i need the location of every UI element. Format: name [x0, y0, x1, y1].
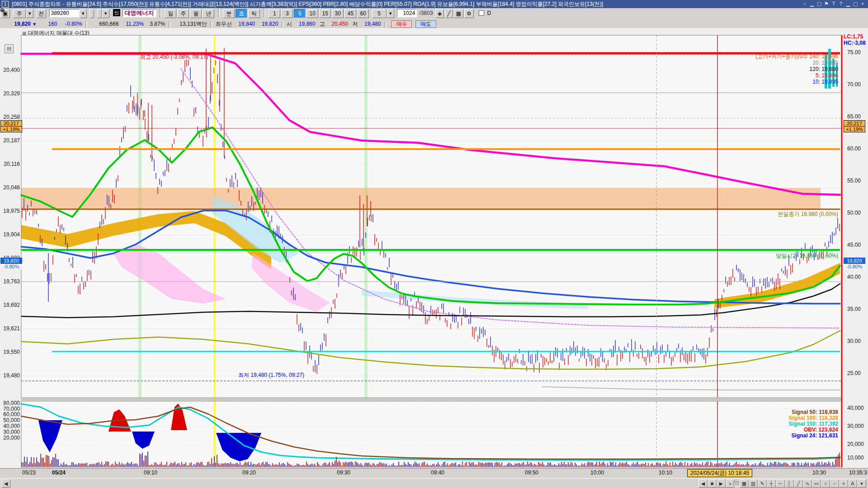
tickcount-button-60[interactable]: 60: [357, 9, 369, 18]
volume-ratio: 3.87%: [145, 20, 165, 28]
code-input[interactable]: 389260: [49, 9, 79, 17]
low-label: 저: [352, 21, 358, 27]
tick-combo[interactable]: 5: [372, 9, 387, 18]
box-icon[interactable]: ▭: [812, 479, 821, 488]
volume: 660,666: [91, 20, 119, 28]
title-bar-icons: ▫▁▢⚑T?▁▢×: [801, 0, 866, 8]
code-combo-arrow[interactable]: ▼: [80, 9, 87, 18]
prev-button[interactable]: 전: [36, 9, 46, 18]
tickcount-button-1[interactable]: 1: [269, 9, 280, 18]
search-icon[interactable]: [90, 9, 94, 18]
sound-icon[interactable]: [97, 9, 102, 18]
restore-icon[interactable]: ▢: [852, 0, 859, 8]
time-tick-label: 09:10: [144, 469, 157, 477]
trendline-icon[interactable]: ╱: [445, 9, 453, 18]
interval-button-분[interactable]: 분: [223, 9, 235, 18]
price-axis-label: 19,692: [1, 302, 20, 308]
price-axis-label: 19,550: [1, 349, 20, 355]
tickcount-button-10[interactable]: 10: [307, 9, 318, 18]
minimize-panel-icon[interactable]: ▁: [808, 0, 816, 8]
time-tick-label: 09:30: [337, 469, 350, 477]
price-axis-label: 20,258: [1, 114, 20, 120]
current-price-tag-right: 19,820-0.80%: [844, 258, 865, 269]
save-icon[interactable]: ▦: [454, 9, 463, 18]
minimize-icon[interactable]: ▁: [844, 0, 852, 8]
toolbar-right-icons: ◈╱▦⚙: [435, 8, 474, 16]
play-icon[interactable]: ▶: [717, 479, 726, 488]
panel-layout-icon[interactable]: ▥: [749, 479, 758, 488]
window-id-badge: 1: [2, 1, 9, 8]
pencil-icon[interactable]: ✎: [758, 479, 767, 488]
hc-label: HC:-3,08: [844, 40, 866, 46]
d-checkbox[interactable]: [479, 10, 484, 16]
stock-type-badge: 신: [113, 9, 120, 16]
settings-icon[interactable]: ⚙: [464, 9, 474, 18]
buy-button[interactable]: 매수: [391, 20, 412, 28]
turnover-pct: 11.23%: [120, 20, 144, 28]
period-combo-arrow[interactable]: ▼: [26, 9, 33, 18]
wave-icon[interactable]: ∿: [803, 479, 812, 488]
sell-button[interactable]: 매도: [415, 20, 436, 28]
price-axis-label: 19,480: [1, 372, 20, 379]
sound-combo-arrow[interactable]: ▼: [102, 9, 109, 18]
tickcount-button-3[interactable]: 3: [281, 9, 293, 18]
lc-label: LC:1,75: [844, 33, 863, 40]
close-icon[interactable]: ×: [859, 0, 866, 8]
price-change: 160: [38, 20, 57, 28]
circle-icon[interactable]: ○: [821, 479, 830, 488]
pin-icon[interactable]: ⚑: [823, 0, 830, 8]
current-price-tag-left: 19,820-0.80%: [0, 258, 22, 269]
bar-count-input[interactable]: 1024: [397, 9, 417, 17]
period-combo[interactable]: 주: [13, 9, 26, 18]
link-chart-icon[interactable]: ◈: [435, 9, 444, 18]
tickcount-button-45[interactable]: 45: [344, 9, 356, 18]
step-back-icon[interactable]: ◀: [698, 479, 708, 488]
hline-icon[interactable]: ─: [776, 479, 785, 488]
text-a-icon[interactable]: A: [848, 479, 857, 488]
title-bar: 1 [0601] 주식종합차트 - 유통비율[24.5] 주식수[17,050(…: [0, 0, 868, 8]
current-price: 19,820: [0, 20, 31, 28]
d-checkbox-label: D: [487, 10, 491, 16]
target-price-tag-right: 20,217+1.19%: [844, 120, 865, 132]
ma-legend-entry: 10: 19,835: [755, 79, 838, 85]
copy-window-icon[interactable]: ▢: [816, 0, 823, 8]
tickcount-button-15[interactable]: 15: [319, 9, 331, 18]
period-button-일[interactable]: 일: [165, 9, 176, 18]
zoom-in-icon[interactable]: +: [839, 479, 848, 488]
tickcount-button-5[interactable]: 5: [294, 9, 306, 18]
interval-button-초[interactable]: 초: [236, 9, 247, 18]
chart-area[interactable]: ▦대명에너지 매물대 수(13) ▤ 20,40020,32920,25820,…: [0, 28, 868, 468]
help-icon[interactable]: ?: [837, 0, 844, 8]
period-button-월[interactable]: 월: [190, 9, 202, 18]
ma-legend: (고가+저가+종가)/3수 240: 19,69620: 19,885120: …: [755, 53, 838, 85]
pane-collapse-icon[interactable]: ◀: [1, 479, 10, 488]
text-icon[interactable]: T: [830, 0, 837, 8]
high-label: 고: [320, 21, 325, 27]
zoom-out-icon[interactable]: −: [830, 479, 839, 488]
time-tick-label: 09:20: [242, 469, 256, 477]
interval-buttons: 분초틱: [222, 8, 260, 16]
current-time-box: 2024/05/24(금) 10:18:45: [687, 469, 752, 477]
tick-combo-arrow[interactable]: ▼: [387, 9, 394, 18]
vline-icon[interactable]: │: [785, 479, 794, 488]
percent-axis-label: 60.00: [847, 145, 861, 152]
period-button-년[interactable]: 년: [203, 9, 214, 18]
grid-icon[interactable]: ▦: [740, 479, 749, 488]
price-axis-label: 20,187: [1, 137, 20, 144]
price-axis-label: 20,329: [1, 90, 20, 97]
indicator-axis-label: 40,000: [847, 405, 864, 411]
price-axis-label: 19,904: [1, 231, 20, 238]
open-label: 시: [287, 21, 292, 27]
interval-button-틱[interactable]: 틱: [248, 9, 260, 18]
caret-icon[interactable]: ▾: [857, 479, 866, 488]
price-axis-label: 19,621: [1, 325, 20, 332]
period-button-주[interactable]: 주: [177, 9, 189, 18]
stop-icon[interactable]: ■: [708, 479, 717, 488]
trendline-icon[interactable]: ╱: [794, 479, 803, 488]
price-axis-label: 20,046: [1, 184, 20, 191]
popup-icon[interactable]: ▫: [801, 0, 808, 8]
crosshair-icon[interactable]: ┼: [767, 479, 776, 488]
best-bid: 19,820: [256, 20, 278, 28]
tickcount-button-30[interactable]: 30: [332, 9, 344, 18]
indicator-axis-label: 20,000: [1, 435, 20, 441]
